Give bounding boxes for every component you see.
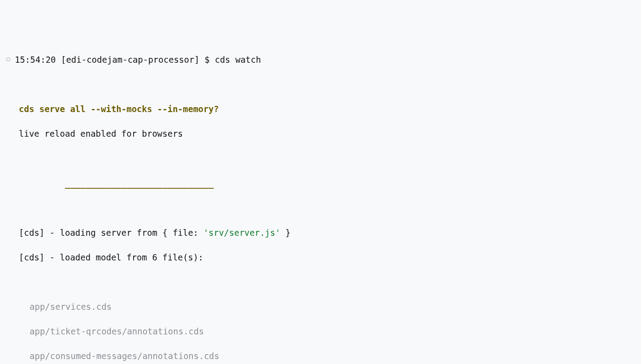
prompt-context: [edi-codejam-cap-processor]: [61, 55, 199, 65]
prompt-cmd: cds watch: [215, 55, 261, 65]
live-reload-line: live reload enabled for browsers: [6, 128, 635, 140]
model-file: app/consumed-messages/annotations.cds: [6, 350, 635, 363]
prompt-bullet-icon: [6, 57, 10, 61]
model-file: app/ticket-qrcodes/annotations.cds: [6, 325, 635, 338]
prompt-sep: $: [204, 55, 209, 65]
model-file: app/services.cds: [6, 301, 635, 313]
loaded-model-line: [cds] - loaded model from 6 file(s):: [6, 251, 635, 264]
prompt-time: 15:54:20: [15, 55, 56, 65]
loading-server-line: [cds] - loading server from { file: 'srv…: [6, 227, 635, 239]
serve-line: cds serve all --with-mocks --in-memory?: [6, 103, 635, 116]
prompt-line: 15:54:20 [edi-codejam-cap-processor] $ c…: [6, 54, 635, 66]
divider-line: _____________________________: [6, 178, 635, 190]
